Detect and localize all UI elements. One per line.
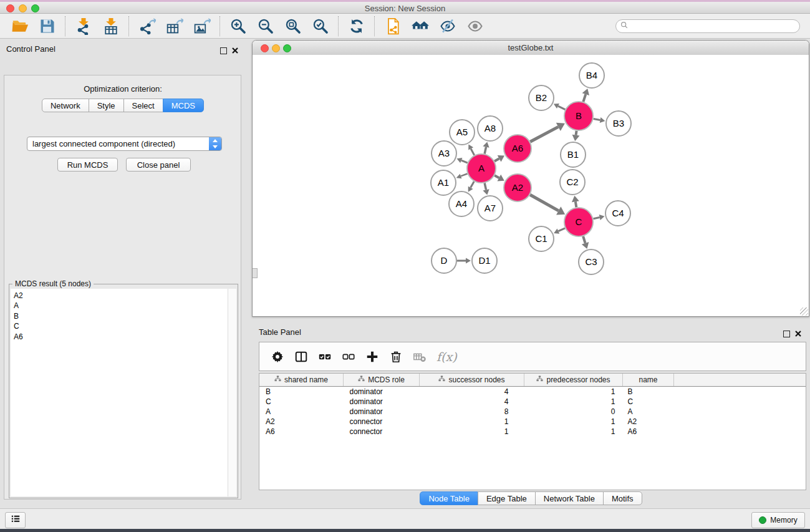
edge-A-A2[interactable] <box>494 175 499 178</box>
mcds-result-item[interactable]: A2 <box>14 291 236 301</box>
cell-mcds-role: connector <box>344 427 420 437</box>
edge-B-B2[interactable] <box>558 106 565 110</box>
edge-A-A1[interactable] <box>461 173 467 176</box>
table-row[interactable]: A6connector11A6 <box>259 427 806 437</box>
toolbar-separator <box>374 16 375 36</box>
edge-A-A7[interactable] <box>485 183 486 190</box>
column-header-name[interactable]: name <box>623 374 674 387</box>
table-row[interactable]: Adominator80A <box>259 407 806 417</box>
tab-edge-table[interactable]: Edge Table <box>478 491 536 505</box>
tab-network[interactable]: Network <box>42 99 89 112</box>
table-panel-close-icon[interactable] <box>795 328 801 339</box>
task-history-button[interactable] <box>5 512 26 528</box>
table-panel-tabs: Node TableEdge TableNetwork TableMotifs <box>420 491 642 505</box>
list-icon <box>11 514 21 526</box>
tab-select[interactable]: Select <box>123 99 163 112</box>
edge-C-C3[interactable] <box>583 236 585 243</box>
export-table-icon[interactable] <box>165 17 184 36</box>
mcds-result-item[interactable]: A <box>14 301 236 311</box>
mcds-result-item[interactable]: A6 <box>14 332 236 342</box>
mcds-result-item[interactable]: B <box>14 311 236 321</box>
folder-open-icon[interactable] <box>11 17 29 36</box>
zoom-out-icon[interactable] <box>256 17 275 36</box>
close-panel-button[interactable]: Close panel <box>126 158 191 172</box>
column-header-predecessor-nodes[interactable]: predecessor nodes <box>524 374 623 387</box>
edge-A-A5[interactable] <box>471 148 475 155</box>
select-all-icon[interactable] <box>317 349 332 364</box>
eye-slash-icon[interactable] <box>438 17 457 36</box>
tab-network-table[interactable]: Network Table <box>535 491 604 505</box>
mcds-result-groupbox: MCDS result (5 nodes) A2ABCA6 <box>9 284 238 498</box>
graph-node-label: B <box>576 110 582 121</box>
edge-B-B4[interactable] <box>583 94 586 102</box>
table-panel-float-icon[interactable] <box>783 331 790 337</box>
gear-icon[interactable] <box>270 349 285 364</box>
tab-mcds[interactable]: MCDS <box>163 99 204 112</box>
new-network-document-icon[interactable] <box>383 17 402 36</box>
trash-icon[interactable] <box>388 349 403 364</box>
add-icon[interactable] <box>365 349 380 364</box>
mcds-result-list[interactable]: A2ABCA6 <box>11 289 236 496</box>
control-panel-float-icon[interactable] <box>220 47 227 54</box>
search-icon <box>620 21 629 32</box>
eye-icon[interactable] <box>466 17 485 36</box>
deselect-all-icon[interactable] <box>341 349 356 364</box>
table-row[interactable]: Bdominator41B <box>259 387 806 397</box>
import-table-icon[interactable] <box>102 17 120 36</box>
save-icon[interactable] <box>38 17 57 36</box>
zoom-fit-icon[interactable] <box>284 17 302 36</box>
mcds-result-scrollbar[interactable] <box>228 289 236 496</box>
cell-shared-name: B <box>259 387 344 397</box>
control-panel-close-icon[interactable] <box>232 45 238 56</box>
edge-C-C4[interactable] <box>593 218 599 219</box>
delete-table-icon[interactable] <box>412 349 427 364</box>
import-network-icon[interactable] <box>74 17 93 36</box>
edge-A-A4[interactable] <box>471 181 475 188</box>
export-network-icon[interactable] <box>138 17 157 36</box>
run-mcds-button[interactable]: Run MCDS <box>57 158 118 172</box>
houses-icon[interactable] <box>411 17 430 36</box>
table-row[interactable]: A2connector11A2 <box>259 417 806 427</box>
cell-shared-name: C <box>259 397 344 407</box>
column-header-mcds-role[interactable]: MCDS role <box>344 374 420 387</box>
canvas-left-grip[interactable] <box>253 268 258 278</box>
cell-shared-name: A2 <box>259 417 344 427</box>
tab-node-table[interactable]: Node Table <box>420 491 478 505</box>
network-canvas[interactable]: B4B2BB3A5A8A6B1A3AC2A1A2A4A7C4CC1C3DD1 <box>253 55 809 316</box>
tab-style[interactable]: Style <box>89 99 124 112</box>
network-window-titlebar[interactable]: testGlobe.txt <box>253 41 809 56</box>
edge-C-C1[interactable] <box>558 228 565 231</box>
app-title: Session: New Session <box>0 4 810 13</box>
memory-button[interactable]: Memory <box>751 512 805 528</box>
column-header-shared-name[interactable]: shared name <box>259 374 344 387</box>
search-box[interactable] <box>615 19 800 33</box>
dropdown-stepper-icon <box>209 137 221 150</box>
mcds-result-item[interactable]: C <box>14 321 236 331</box>
search-input[interactable] <box>629 20 796 32</box>
zoom-selected-icon[interactable] <box>311 17 330 36</box>
criterion-dropdown[interactable]: largest connected component (directed) <box>27 137 222 151</box>
edge-A2-C[interactable] <box>530 195 559 211</box>
refresh-icon[interactable] <box>347 17 366 36</box>
zoom-in-icon[interactable] <box>229 17 248 36</box>
edge-C-C2[interactable] <box>576 201 576 207</box>
window-resize-grip-icon[interactable] <box>800 307 808 316</box>
edge-A-A6[interactable] <box>494 158 499 161</box>
status-bar: Memory <box>0 508 810 529</box>
edge-A-A3[interactable] <box>461 160 468 163</box>
tab-motifs[interactable]: Motifs <box>603 491 642 505</box>
node-table[interactable]: shared nameMCDS rolesuccessor nodesprede… <box>259 373 806 490</box>
edge-B-B1[interactable] <box>576 131 577 135</box>
table-row[interactable]: Cdominator41C <box>259 397 806 407</box>
split-columns-icon[interactable] <box>294 349 309 364</box>
edge-B-B3[interactable] <box>594 118 600 120</box>
export-image-icon[interactable] <box>193 17 211 36</box>
function-builder-icon[interactable]: f(x) <box>436 350 457 364</box>
column-header-successor-nodes[interactable]: successor nodes <box>420 374 524 387</box>
cell-predecessor-nodes: 1 <box>524 387 623 397</box>
main-toolbar <box>0 14 810 39</box>
edge-A-A8[interactable] <box>485 147 486 154</box>
cell-mcds-role: dominator <box>344 387 420 397</box>
edge-A6-B[interactable] <box>530 127 558 142</box>
cell-name: A <box>623 407 674 417</box>
